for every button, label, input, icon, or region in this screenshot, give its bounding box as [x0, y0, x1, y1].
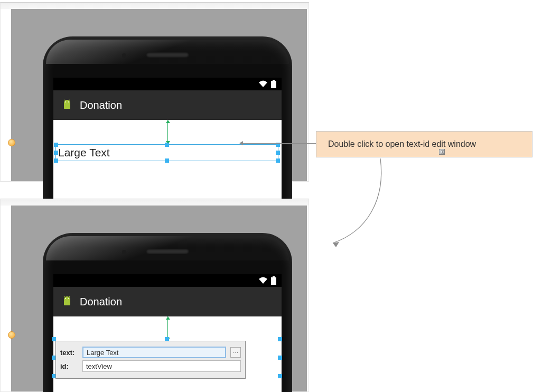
instruction-callout: Double click to open text-id edit window… — [316, 131, 532, 157]
svg-point-2 — [65, 101, 66, 102]
resize-handle[interactable] — [54, 143, 58, 147]
resize-handle[interactable] — [278, 337, 282, 341]
resize-handle[interactable] — [54, 151, 58, 155]
svg-rect-6 — [273, 276, 275, 277]
canvas-background: Donation — [11, 206, 307, 391]
resize-handle[interactable] — [165, 143, 169, 147]
phone-sensor — [122, 53, 126, 58]
resize-handle[interactable] — [278, 356, 282, 360]
android-icon — [61, 295, 73, 308]
svg-rect-1 — [273, 80, 275, 81]
wifi-icon — [258, 80, 268, 88]
phone-speaker — [146, 249, 189, 254]
action-bar: Donation — [53, 90, 282, 120]
battery-icon — [271, 276, 276, 285]
text-field-label: text: — [60, 349, 78, 357]
id-input[interactable] — [82, 360, 241, 372]
svg-rect-0 — [271, 81, 276, 88]
leader-line — [240, 143, 316, 144]
wifi-icon — [258, 277, 268, 284]
window-top-strip — [1, 199, 309, 206]
status-bar — [53, 78, 282, 90]
resize-handle[interactable] — [278, 374, 282, 378]
phone-sensor — [122, 250, 126, 254]
resize-handle[interactable] — [54, 158, 58, 163]
battery-icon — [271, 80, 276, 88]
id-field-label: id: — [60, 362, 78, 370]
svg-point-7 — [65, 298, 66, 299]
svg-rect-5 — [271, 277, 276, 285]
layout-canvas[interactable]: text: ⋯ id: — [53, 316, 282, 392]
canvas-background: Donation Large Text — [11, 9, 307, 181]
resize-handle[interactable] — [276, 158, 280, 163]
svg-rect-4 — [64, 104, 70, 109]
window-top-strip — [1, 3, 309, 9]
gutter-marker-icon[interactable] — [8, 139, 15, 146]
action-bar: Donation — [53, 287, 282, 316]
device-frame: Donation — [43, 233, 292, 392]
constraint-arrow-icon — [167, 120, 168, 144]
app-title: Donation — [80, 296, 122, 308]
popup-row-text: text: ⋯ — [60, 347, 241, 358]
resize-handle[interactable] — [276, 151, 280, 155]
textview-widget[interactable]: Large Text — [55, 144, 278, 161]
phone-speaker — [146, 52, 189, 58]
app-title: Donation — [80, 99, 122, 111]
expand-icon[interactable]: ⊞ — [439, 149, 445, 155]
device-screen: Donation — [53, 274, 282, 392]
resize-handle[interactable] — [165, 158, 169, 163]
text-id-edit-popup[interactable]: text: ⋯ id: — [55, 341, 246, 379]
design-preview-bottom: Donation — [0, 199, 309, 392]
svg-point-3 — [68, 101, 69, 102]
gutter-marker-icon[interactable] — [8, 331, 15, 339]
callout-text: Double click to open text-id edit window — [328, 139, 476, 149]
text-input[interactable] — [82, 347, 226, 358]
status-bar — [53, 274, 282, 287]
design-preview-top: Donation Large Text — [0, 2, 309, 182]
popup-row-id: id: — [60, 360, 241, 372]
svg-point-8 — [68, 298, 69, 299]
more-options-button[interactable]: ⋯ — [230, 347, 241, 358]
flow-arrow-icon — [317, 157, 401, 250]
widget-text: Large Text — [58, 146, 110, 159]
android-icon — [61, 99, 73, 111]
svg-rect-9 — [64, 300, 70, 305]
